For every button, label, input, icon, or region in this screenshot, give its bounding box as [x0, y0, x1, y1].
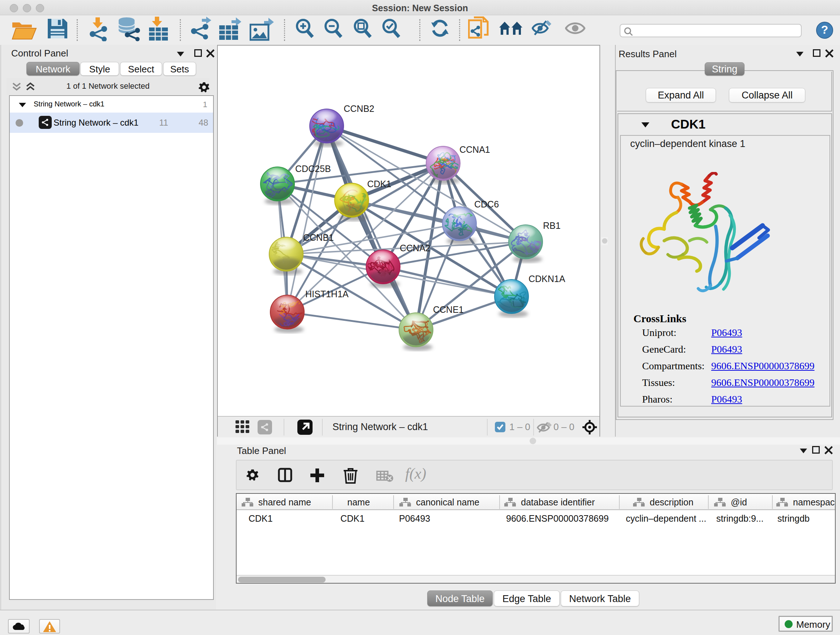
svg-text:CCNA2: CCNA2	[400, 243, 431, 253]
svg-text:CDKN1A: CDKN1A	[529, 274, 565, 284]
svg-text:CDK1: CDK1	[367, 179, 392, 189]
svg-text:HIST1H1A: HIST1H1A	[305, 289, 349, 299]
svg-text:CDC6: CDC6	[474, 199, 499, 209]
svg-text:CCNE1: CCNE1	[433, 304, 464, 315]
svg-text:CCNB2: CCNB2	[344, 103, 374, 114]
svg-text:CCNB1: CCNB1	[303, 233, 334, 242]
svg-text:CDC25B: CDC25B	[295, 164, 331, 174]
svg-text:CCNA1: CCNA1	[459, 144, 490, 155]
svg-text:RB1: RB1	[543, 220, 561, 231]
